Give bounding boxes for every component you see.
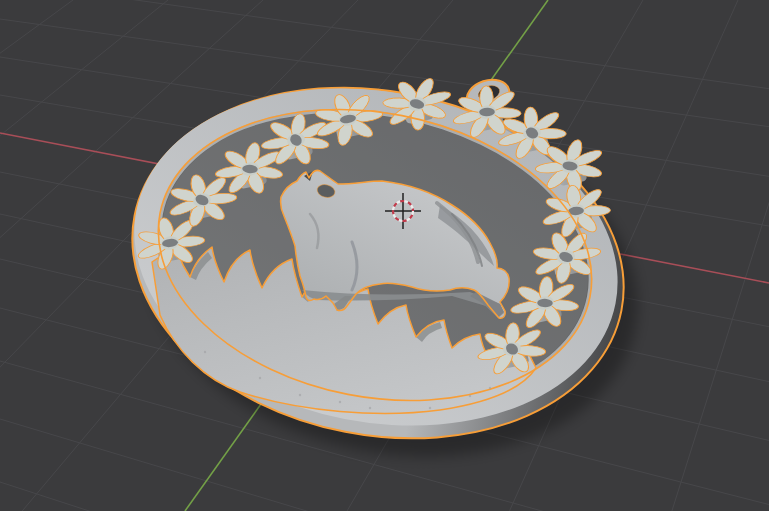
viewport-3d[interactable] (0, 0, 769, 511)
blender-window (0, 0, 769, 511)
